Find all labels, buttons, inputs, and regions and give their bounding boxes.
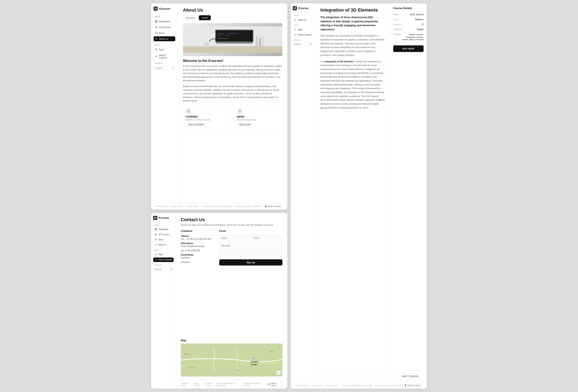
p2-framer-credit: © Framer Templates by iframe.design — [341, 384, 372, 387]
course-body-2: The integration of 3D elements in design… — [320, 60, 385, 110]
circle-icon-2 — [294, 18, 297, 21]
svg-rect-3 — [156, 9, 157, 10]
svg-point-71 — [155, 244, 156, 246]
svg-point-50 — [294, 30, 295, 30]
menu-section-label: MENU — [154, 16, 175, 18]
sidebar-item-news[interactable]: News — [154, 31, 175, 36]
s3-aboutus[interactable]: About-us — [153, 243, 174, 247]
news-card-title: NEWS — [237, 115, 280, 118]
search-input[interactable] — [154, 66, 175, 71]
read-now-button[interactable]: READ NOW — [237, 123, 253, 127]
sidebar-item-aboutus[interactable]: About-us — [154, 36, 175, 41]
svg-marker-55 — [405, 385, 406, 385]
contact-contacts: Contacts Address 129 - 131 Mar St London… — [181, 229, 214, 265]
svg-rect-36 — [187, 110, 190, 112]
sidebar-item-dashboard[interactable]: Dashboard — [154, 19, 175, 24]
search-wrapper — [154, 66, 175, 71]
svg-point-51 — [295, 30, 296, 30]
svg-rect-57 — [154, 217, 155, 218]
sidebar-item-allcourses[interactable]: All Courses — [154, 25, 175, 30]
about-cards: COURSES Explore our online courses VIEW … — [183, 106, 282, 130]
svg-text:Λονδίνο: Λονδίνο — [251, 361, 259, 363]
s3-search-wrapper — [153, 267, 174, 271]
tab-email[interactable]: Email — [199, 15, 211, 20]
svg-text:Epping: Epping — [270, 351, 273, 352]
s2-search-input[interactable] — [293, 42, 313, 46]
name-input[interactable] — [219, 235, 250, 241]
svg-marker-56 — [405, 385, 406, 387]
svg-rect-46 — [295, 8, 296, 9]
s3-dashboard[interactable]: Dashboard — [153, 227, 174, 232]
sign-up-button[interactable]: Sign Up — [219, 259, 282, 265]
course-details-sidebar: Course Details Author: Emily Johnson Lev… — [390, 3, 427, 371]
p3-cookies-link[interactable]: Cookies Policy — [181, 382, 191, 387]
about-us-title: About Us — [183, 7, 282, 13]
p3-privacy-link[interactable]: Privacy Policy — [206, 382, 215, 387]
message-textarea[interactable] — [219, 243, 282, 257]
p2-cookies-link[interactable]: Cookies Policy — [296, 384, 308, 387]
tab-icourses[interactable]: iCourses — [183, 15, 198, 20]
map-zoom-button[interactable]: + — [277, 371, 281, 375]
svg-text:?: ? — [156, 56, 157, 57]
contact-main: Contact Us Reach out with your questions… — [176, 213, 287, 339]
tab-bar: iCourses Email — [183, 15, 282, 20]
made-in-framer-badge: Made in Framer — [263, 205, 282, 208]
sidebar-3: iCourses MENU Dashboard All Courses — [151, 213, 176, 389]
email-value: Email: info@iframe.design — [181, 245, 214, 247]
svg-rect-59 — [154, 218, 155, 219]
svg-rect-44 — [295, 7, 296, 8]
s3-allcourses[interactable]: All Courses — [153, 232, 174, 237]
apps-icon-3 — [154, 253, 157, 256]
s3-help[interactable]: ? Help & Support — [153, 258, 174, 262]
level-value: Beginner — [415, 18, 424, 21]
panel3-footer: Cookies Policy | Legal Terms | Privacy P… — [176, 380, 287, 389]
svg-rect-45 — [294, 8, 294, 9]
welcome-text-1: At the E-Learning Hub, we provide a unif… — [183, 64, 282, 83]
sidebar-item-apps[interactable]: Apps — [154, 47, 175, 52]
s2-about-us[interactable]: About-us — [293, 18, 313, 22]
svg-rect-61 — [155, 228, 156, 229]
svg-point-18 — [156, 50, 157, 50]
panel-contact-us: iCourses MENU Dashboard All Courses — [151, 213, 287, 389]
s3-news[interactable]: News — [153, 237, 174, 242]
course-footer-area: NEXT COURSE — [315, 371, 427, 382]
social-label: Social Media — [181, 254, 214, 256]
footer-right: © Framer Templates by iframe.design Conn… — [202, 205, 282, 208]
logo-icon — [154, 7, 158, 11]
svg-rect-7 — [156, 22, 157, 22]
buy-now-button[interactable]: BUY NOW — [393, 45, 424, 52]
course-detail-lessons: Lessons: 22 — [393, 22, 424, 27]
news-card: NEWS Read the latest news READ NOW — [234, 106, 282, 130]
svg-point-75 — [156, 255, 156, 255]
svg-marker-87 — [268, 384, 269, 384]
p2-legal-link[interactable]: Legal Terms — [311, 384, 322, 387]
svg-rect-2 — [155, 9, 155, 10]
grid-icon-3 — [154, 228, 157, 231]
made-in-framer-label: Made in Framer — [268, 205, 281, 207]
legal-terms-link[interactable]: Legal Terms — [172, 205, 182, 207]
view-courses-button[interactable]: VIEW COURSES — [186, 123, 206, 127]
p3-legal-link[interactable]: Legal Terms — [194, 382, 202, 387]
email-input[interactable] — [252, 235, 282, 241]
help-icon-3: ? — [154, 258, 157, 261]
svg-rect-23 — [183, 46, 282, 53]
s2-help[interactable]: ? Help & Support — [293, 32, 313, 37]
privacy-policy-link[interactable]: Privacy Policy — [186, 205, 197, 207]
level-label: Level: — [393, 18, 399, 21]
sidebar-item-help[interactable]: ? Help & Support — [154, 53, 175, 60]
s2-apps[interactable]: Apps — [293, 27, 313, 32]
p3-made-in-framer: Made in Framer — [267, 382, 282, 387]
contact-subtitle: Reach out with your questions and feedba… — [181, 224, 282, 226]
sidebar-label-allcourses: All Courses — [159, 26, 171, 29]
contact-form: Form Sign Up — [219, 229, 282, 265]
s3-apps[interactable]: Apps — [153, 252, 174, 257]
svg-text:const mesh = new THREE.Mesh(: const mesh = new THREE.Mesh( — [218, 33, 237, 34]
s3-search-input[interactable] — [153, 267, 174, 271]
svg-rect-0 — [155, 8, 155, 8]
instagram-value: Instagram — [181, 261, 214, 263]
search-section-label: SEARCH — [154, 62, 175, 64]
cookies-policy-link[interactable]: Cookies Policy — [156, 205, 168, 207]
svg-point-17 — [156, 50, 156, 50]
next-course-button[interactable]: NEXT COURSE — [399, 373, 422, 379]
p2-privacy-link[interactable]: Privacy Policy — [326, 384, 337, 387]
